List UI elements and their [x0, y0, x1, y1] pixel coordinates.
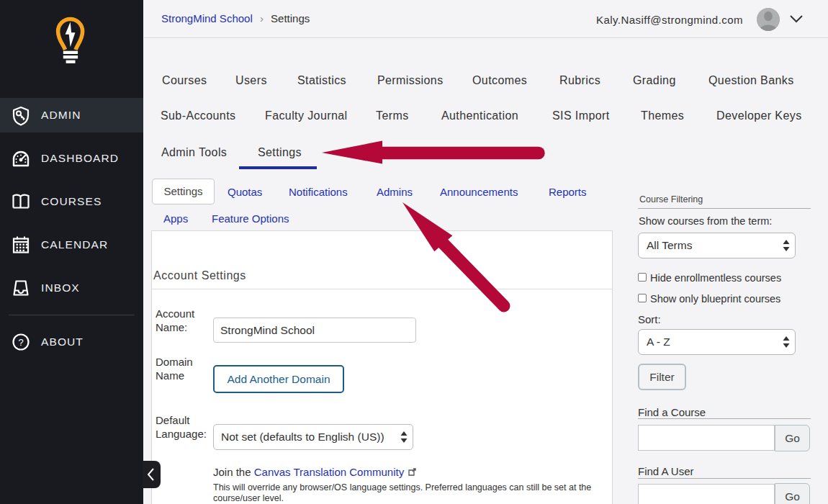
svg-text:?: ?: [18, 337, 23, 348]
